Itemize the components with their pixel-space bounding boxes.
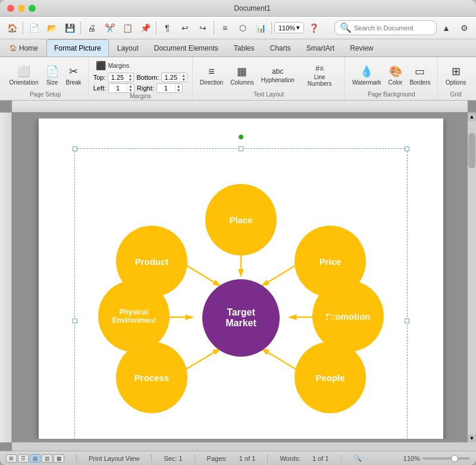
print-icon[interactable]: 🖨 (83, 20, 100, 36)
margin-right-down[interactable]: ▼ (176, 88, 182, 92)
status-sep-4 (267, 454, 268, 463)
handle-top-right[interactable] (405, 146, 409, 151)
tab-review[interactable]: Review (343, 39, 380, 57)
maximize-button[interactable] (29, 5, 36, 12)
margin-top-down[interactable]: ▼ (127, 77, 133, 82)
circle-place[interactable]: Place (205, 184, 277, 255)
ribbon-line-numbers[interactable]: #≡ Line Numbers (299, 63, 340, 88)
tab-charts[interactable]: Charts (262, 39, 298, 57)
scroll-up-btn[interactable]: ▲ (468, 113, 476, 121)
charts-icon[interactable]: 📊 (252, 20, 269, 36)
margin-left-spin[interactable]: 1 ▲ ▼ (108, 83, 134, 93)
zoom-arrow[interactable]: ▾ (296, 24, 300, 32)
margin-top-up[interactable]: ▲ (127, 73, 133, 77)
handle-middle-left[interactable] (73, 319, 77, 323)
margin-right-up[interactable]: ▲ (176, 84, 182, 88)
paste-icon[interactable]: 📌 (137, 20, 154, 36)
tab-tables[interactable]: Tables (227, 39, 262, 57)
zoom-slider-track[interactable] (422, 457, 470, 460)
home-toolbar-icon[interactable]: 🏠 (4, 20, 20, 36)
handle-middle-right[interactable] (405, 319, 409, 323)
format-icon[interactable]: ¶ (159, 20, 176, 36)
collapse-icon[interactable]: ▲ (438, 20, 455, 36)
handle-top-center[interactable] (239, 146, 243, 151)
tab-format-picture[interactable]: Format Picture (46, 39, 109, 57)
shapes-icon[interactable]: ⬡ (234, 20, 251, 36)
circle-promotion[interactable]: Promotion (312, 280, 384, 352)
copy-icon[interactable]: 📋 (119, 20, 136, 36)
window-title: Document1 (36, 4, 469, 13)
view-icon-2[interactable]: ☰ (18, 454, 29, 463)
new-doc-icon[interactable]: 📄 (26, 20, 42, 36)
ribbon-page-background-items: 💧 Watermark 🎨 Color ▭ Borders (350, 60, 433, 91)
size-label: Size (46, 79, 58, 86)
save-icon[interactable]: 💾 (61, 20, 78, 36)
tab-home[interactable]: 🏠 Home (2, 39, 45, 57)
ribbon-break[interactable]: ✂ Break (64, 64, 84, 87)
tab-home-label: Home (19, 44, 38, 52)
scrollbar-horizontal[interactable] (12, 442, 468, 451)
page-container: TargetMarket Place Price Promotion (18, 118, 464, 439)
handle-top-left[interactable] (73, 146, 77, 151)
ribbon-orientation[interactable]: ⬜ Orientation (7, 64, 41, 87)
ribbon-borders[interactable]: ▭ Borders (407, 64, 433, 87)
cut-icon[interactable]: ✂️ (101, 20, 118, 36)
view-icon-3[interactable]: ▤ (30, 454, 40, 463)
tab-smartart[interactable]: SmartArt (299, 39, 342, 57)
tab-layout[interactable]: Layout (110, 39, 146, 57)
scroll-down-btn[interactable]: ▼ (468, 434, 476, 442)
search-box[interactable]: 🔍 (334, 20, 437, 35)
ribbon-options[interactable]: ⊞ Options (443, 64, 468, 87)
margin-bottom-up[interactable]: ▲ (180, 73, 187, 77)
minimize-button[interactable] (18, 5, 25, 12)
ribbon-margins-items: ⬛ Margins Top: 1.25 ▲ ▼ Bottom: (93, 60, 188, 93)
margin-lr-control: Left: 1 ▲ ▼ Right: 1 ▲ (93, 83, 183, 93)
bullets-icon[interactable]: ≡ (217, 20, 233, 36)
redo-icon[interactable]: ↪ (195, 20, 211, 36)
scroll-thumb[interactable] (468, 133, 475, 168)
margin-bottom-spinners[interactable]: ▲ ▼ (180, 73, 187, 82)
rotate-handle[interactable] (239, 135, 243, 139)
undo-icon[interactable]: ↩ (177, 20, 193, 36)
ribbon-section-page-setup: ⬜ Orientation 📄 Size ✂ Break Page Setup (2, 57, 89, 100)
margin-left-down[interactable]: ▼ (127, 88, 134, 92)
zoom-box[interactable]: 110% ▾ (274, 22, 304, 33)
ribbon-hyphenation[interactable]: abc Hyphenation (259, 66, 297, 85)
margin-top-label: Top: (93, 74, 106, 81)
tab-review-label: Review (350, 44, 373, 52)
scrollbar-vertical[interactable]: ▲ ▼ (468, 113, 476, 451)
margin-top-spinners[interactable]: ▲ ▼ (126, 73, 133, 82)
zoom-slider-thumb[interactable] (451, 455, 458, 462)
columns-icon: ▦ (237, 65, 247, 78)
circle-target-market[interactable]: TargetMarket (202, 279, 280, 357)
search-icon: 🔍 (340, 22, 352, 33)
margin-left-spinners[interactable]: ▲ ▼ (127, 84, 134, 92)
settings-icon[interactable]: ⚙ (456, 20, 472, 36)
margin-right-spinners[interactable]: ▲ ▼ (175, 84, 182, 92)
break-label: Break (66, 79, 82, 86)
circle-product[interactable]: Product (116, 226, 187, 297)
color-label: Color (389, 79, 403, 86)
open-icon[interactable]: 📂 (43, 20, 60, 36)
view-icon-1[interactable]: ⊞ (6, 454, 17, 463)
close-button[interactable] (7, 5, 14, 12)
margin-top-spin[interactable]: 1.25 ▲ ▼ (108, 73, 134, 82)
ribbon-columns[interactable]: ▦ Columns (228, 64, 256, 87)
ribbon-size[interactable]: 📄 Size (43, 64, 61, 87)
circle-process[interactable]: Process (116, 342, 187, 413)
ribbon-watermark[interactable]: 💧 Watermark (350, 64, 384, 87)
view-icon-4[interactable]: ▥ (42, 454, 52, 463)
ribbon-color[interactable]: 🎨 Color (386, 64, 405, 87)
circle-people[interactable]: People (295, 342, 366, 413)
margin-bottom-spin[interactable]: 1.25 ▲ ▼ (161, 73, 187, 82)
ribbon-margins-btn[interactable]: ⬛ Margins (93, 60, 132, 71)
search-input[interactable] (354, 24, 431, 32)
margin-right-spin[interactable]: 1 ▲ ▼ (156, 83, 183, 93)
tab-document-elements[interactable]: Document Elements (147, 39, 226, 57)
margin-left-up[interactable]: ▲ (127, 84, 134, 88)
help-icon[interactable]: ❓ (305, 20, 322, 36)
ribbon-direction[interactable]: ≡ Direction (198, 64, 226, 87)
margin-bottom-down[interactable]: ▼ (180, 77, 187, 82)
diagram-wrapper[interactable]: TargetMarket Place Price Promotion (51, 130, 431, 439)
view-icon-5[interactable]: ▦ (54, 454, 64, 463)
